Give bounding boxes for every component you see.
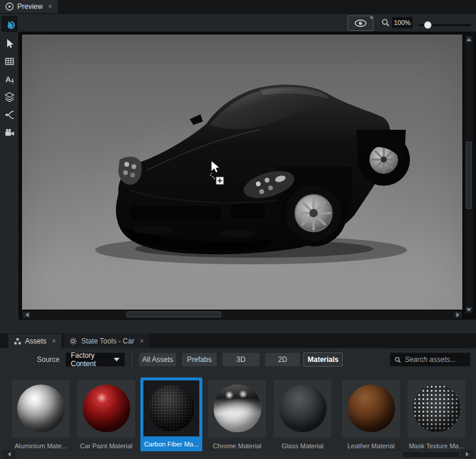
tab-assets[interactable]: Assets × [8,334,61,349]
viewport-frame [18,32,476,320]
interact-tool-button[interactable] [2,16,17,32]
grid-scroll-thumb[interactable] [17,452,403,457]
assets-pane: Assets × State Tools - Car × Source Fact… [0,333,476,459]
car-3d-model [82,77,412,268]
svg-text:A: A [5,75,11,84]
vertical-scroll-thumb[interactable] [466,142,472,209]
car-side-mirror [190,114,203,125]
table-tool-button[interactable] [2,54,17,69]
tab-preview-label: Preview [17,2,43,11]
text-insert-icon: A [4,74,15,85]
material-label: Aluminium Mate... [12,442,70,449]
horizontal-scroll-thumb[interactable] [126,311,221,317]
layers-icon [4,92,15,102]
text-tool-button[interactable]: A [2,71,17,87]
scroll-left-button[interactable] [23,311,31,318]
tab-state-tools[interactable]: State Tools - Car × [64,333,149,348]
material-label: Car Paint Material [77,442,135,449]
left-arrow-icon [8,452,11,457]
material-tile-carbon-fiber-selected[interactable]: Carbon Fiber Ma... [140,377,202,454]
connection-split-icon [4,110,15,120]
scroll-up-button[interactable] [465,36,472,43]
material-tile-aluminium[interactable]: Aluminium Mate... [12,380,70,449]
select-arrow-icon [4,38,15,49]
connections-tool-button[interactable] [2,107,17,123]
leather-sphere [347,385,395,432]
layers-tool-button[interactable] [2,89,17,105]
material-label: Glass Material [274,442,331,449]
mask-texture-sphere [413,385,461,432]
carbon-fiber-sphere [148,385,195,432]
chevron-down-icon [114,358,120,361]
grid-scroll-track[interactable] [16,451,460,458]
aluminium-sphere [17,385,65,432]
material-tile-glass[interactable]: Glass Material [274,380,331,449]
viewport-vertical-scrollbar[interactable] [464,35,474,314]
search-icon [394,356,401,364]
left-arrow-icon [26,313,29,317]
material-tile-car-paint[interactable]: Car Paint Material [77,380,135,449]
interact-cursor-icon [4,18,15,30]
source-dropdown-value: Factory Content [71,351,114,368]
search-box[interactable] [390,352,471,367]
right-arrow-icon [466,452,469,457]
zoom-value-field[interactable]: 100% [392,17,413,29]
tab-state-tools-close-icon[interactable]: × [140,338,144,345]
asset-grid-horizontal-scrollbar[interactable] [3,451,473,458]
filter-2d-button[interactable]: 2D [265,352,300,367]
filter-all-assets-button[interactable]: All Assets [139,352,177,367]
up-arrow-icon [466,38,471,41]
glass-sphere [279,385,327,432]
select-tool-button[interactable] [2,36,17,51]
divider [132,352,133,367]
preview-pane: A [0,14,476,333]
play-circle-icon [5,2,14,11]
tab-assets-close-icon[interactable]: × [52,338,56,345]
material-tile-chrome[interactable]: Chrome Material [208,380,266,449]
down-arrow-icon [466,308,471,311]
source-label: Source [37,355,60,364]
material-label: Leather Material [342,442,400,449]
search-input[interactable] [405,355,466,364]
grid-scroll-right-button[interactable] [461,451,473,458]
filter-3d-button[interactable]: 3D [222,352,260,367]
tab-preview[interactable]: Preview × [0,0,58,13]
asset-filter-row: Source Factory Content All Assets Prefab… [0,352,476,367]
material-tile-leather[interactable]: Leather Material [342,380,400,449]
scroll-right-button[interactable] [453,311,462,318]
asset-grid: Aluminium Mate... Car Paint Material Car… [0,377,476,452]
camera-tool-button[interactable] [2,125,17,140]
filter-materials-button[interactable]: Materials [303,352,343,367]
dropdown-corner-icon [369,17,372,20]
zoom-magnifier-icon [381,18,390,27]
material-label: Carbon Fiber Ma... [140,441,202,448]
tab-preview-close-icon[interactable]: × [48,3,52,10]
chrome-sphere [214,385,261,432]
zoom-slider[interactable] [418,24,471,26]
source-dropdown[interactable]: Factory Content [65,352,125,367]
tab-assets-label: Assets [25,337,46,345]
table-grid-icon [4,56,15,67]
scroll-down-button[interactable] [465,306,472,313]
zoom-slider-handle[interactable] [424,21,431,29]
grid-scroll-left-button[interactable] [3,451,15,458]
car-paint-sphere [83,385,130,432]
material-tile-mask-texture[interactable]: Mask Texture Ma... [408,380,465,449]
viewport-horizontal-scrollbar[interactable] [22,311,462,319]
viewport-canvas[interactable] [22,35,462,310]
eye-icon [354,19,367,27]
material-label: Chrome Material [208,442,266,449]
material-label: Mask Texture Ma... [408,442,465,449]
gear-icon [69,337,77,345]
visibility-button[interactable] [347,15,374,31]
filter-prefabs-button[interactable]: Prefabs [181,352,217,367]
tab-state-tools-label: State Tools - Car [81,337,134,345]
top-tab-bar: Preview × [0,0,476,14]
right-arrow-icon [456,313,459,317]
bottom-tab-bar: Assets × State Tools - Car × [0,333,476,348]
mouse-cursor [204,160,229,188]
camera-icon [4,127,15,138]
blocks-icon [14,338,21,345]
